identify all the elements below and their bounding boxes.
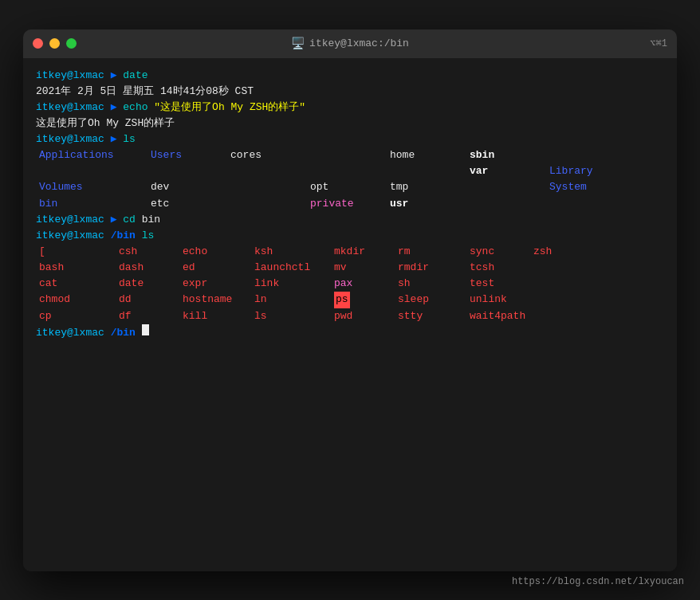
ls-item: tmp [390,179,470,195]
ls-bin-item: date [119,276,183,292]
watermark: https://blog.csdn.net/lxyoucan [512,576,684,587]
prompt-user: itkey@lxmac [36,68,104,84]
prompt-path: /bin [111,228,136,244]
ls-bin-item: pax [334,276,398,292]
ls-bin-item: [ [39,244,119,260]
prompt-user-3: itkey@lxmac [36,131,104,147]
ls-item [151,163,230,179]
cmd-text: date [123,68,147,84]
ls-item [230,196,310,212]
prompt-arrow-2: ▶ [111,100,117,116]
ls-bin-item: link [254,276,334,292]
cmd-line-final: itkey@lxmac /bin [36,324,664,341]
terminal-window: 🖥️ itkey@lxmac:/bin ⌥⌘1 itkey@lxmac ▶ da… [23,29,677,571]
cmd-line-ls-root: itkey@lxmac ▶ ls [36,131,664,147]
ls-root-output: Applications Users cores home sbin var L… [39,147,664,212]
ls-bin-item: dash [119,260,183,276]
ls-item [310,163,390,179]
ls-item: home [390,147,470,163]
ls-bin-item: ed [183,260,254,276]
ls-item: Users [151,147,230,163]
minimize-button[interactable] [49,38,60,49]
ls-bin-item: ls [254,308,334,324]
terminal-icon: 🖥️ [291,37,305,50]
prompt-path-final: /bin [111,325,136,341]
titlebar: 🖥️ itkey@lxmac:/bin ⌥⌘1 [23,29,677,58]
ls-bin-item: pwd [334,308,398,324]
ls-bin-item: hostname [183,292,254,308]
ls-item: Applications [39,147,151,163]
cmd-echo: echo "这是使用了Oh My ZSH的样子" [123,100,305,116]
ls-bin-item [533,292,597,308]
ls-item: var [470,163,549,179]
ls-item [310,147,390,163]
ls-bin-item: sh [398,276,470,292]
ls-item: bin [39,196,151,212]
ls-bin-item: test [470,276,533,292]
ls-bin-item: rm [398,244,470,260]
ls-bin-item: mkdir [334,244,398,260]
prompt-arrow-4: ▶ [111,212,117,228]
ls-bin-output: [ csh echo ksh mkdir rm sync zsh bash da… [39,244,664,324]
output-date: 2021年 2月 5日 星期五 14时41分08秒 CST [36,84,664,100]
cmd-line-ls-bin: itkey@lxmac /bin ls [36,228,664,244]
terminal-content[interactable]: itkey@lxmac ▶ date 2021年 2月 5日 星期五 14时41… [23,58,677,571]
ls-bin-item: launchctl [254,260,334,276]
prompt-arrow-3: ▶ [111,131,117,147]
cursor [142,324,149,335]
ls-bin-item [533,308,597,324]
ls-item: opt [310,179,390,195]
ls-bin-item: expr [183,276,254,292]
ls-bin-item: echo [183,244,254,260]
ls-bin-item: sleep [398,292,470,308]
ls-item: private [310,196,390,212]
prompt-arrow: ▶ [111,68,117,84]
ls-bin-item: ps [334,292,350,308]
ls-bin-item: mv [334,260,398,276]
output-echo: 这是使用了Oh My ZSH的样子 [36,116,664,131]
ls-item: Library [549,163,629,179]
cmd-line-cd: itkey@lxmac ▶ cd bin [36,212,664,228]
cmd-ls: ls [123,131,136,147]
ls-bin-item: bash [39,260,119,276]
ls-bin-item: cat [39,276,119,292]
ls-bin-item: unlink [470,292,533,308]
ls-bin-item: zsh [533,244,597,260]
prompt-user-4: itkey@lxmac [36,212,104,228]
cmd-line-echo: itkey@lxmac ▶ echo "这是使用了Oh My ZSH的样子" [36,100,664,116]
ls-bin-item: cp [39,308,119,324]
ls-item: cores [230,147,310,163]
ls-item: usr [390,196,470,212]
maximize-button[interactable] [66,38,77,49]
ls-bin-item: chmod [39,292,119,308]
ls-item: System [549,179,629,195]
ls-item: etc [151,196,230,212]
ls-bin-item: ln [254,292,334,308]
ls-bin-item: wait4path [470,308,533,324]
ls-item: sbin [470,147,549,163]
ls-bin-item: dd [119,292,183,308]
traffic-lights[interactable] [33,38,77,49]
window-title: 🖥️ itkey@lxmac:/bin [291,37,409,50]
ls-item [230,163,310,179]
close-button[interactable] [33,38,43,49]
ls-item [230,179,310,195]
ls-bin-item: kill [183,308,254,324]
ls-bin-item [533,276,597,292]
cmd-cd: cd bin [123,212,160,228]
ls-bin-item: rmdir [398,260,470,276]
cmd-line-date: itkey@lxmac ▶ date [36,68,664,84]
prompt-user-2: itkey@lxmac [36,100,104,116]
ls-item [549,147,629,163]
ls-bin-item: df [119,308,183,324]
ls-item [39,163,151,179]
ls-bin-item: sync [470,244,533,260]
ls-item [390,163,470,179]
cmd-ls-bin: ls [142,228,155,244]
window-shortcut: ⌥⌘1 [650,37,667,49]
ls-item: dev [151,179,230,195]
ls-bin-item: stty [398,308,470,324]
ls-item [470,179,549,195]
ls-bin-item: tcsh [470,260,533,276]
ls-item [470,196,549,212]
